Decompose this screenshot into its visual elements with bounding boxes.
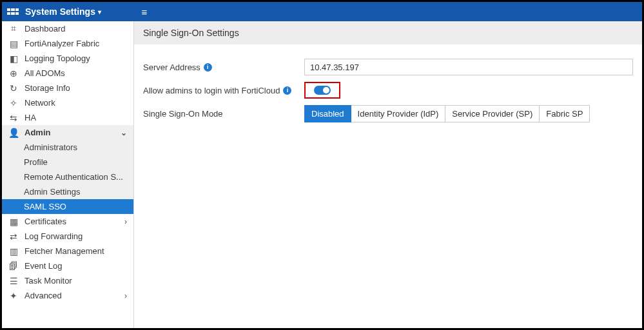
label-text: Single Sign-On Mode [143, 109, 223, 119]
sidebar-item-label: Profile [24, 157, 127, 167]
sidebar-item-fetcher-management[interactable]: ▥ Fetcher Management [2, 244, 133, 258]
app-logo-icon [7, 6, 19, 17]
sidebar-item-label: SAML SSO [24, 202, 127, 211]
advanced-icon: ✦ [8, 291, 19, 301]
sidebar-item-label: Event Log [24, 261, 127, 271]
sidebar-item-label: Logging Topology [24, 53, 127, 63]
label-text: Allow admins to login with FortiCloud [143, 86, 280, 95]
sidebar-item-fortianalyzer-fabric[interactable]: ▤ FortiAnalyzer Fabric [2, 36, 133, 51]
sso-mode-fabric-sp[interactable]: Fabric SP [540, 105, 590, 122]
row-allow-forticloud: Allow admins to login with FortiCloud i [143, 82, 633, 99]
main-panel: Single Sign-On Settings Server Address i… [134, 21, 642, 328]
app-frame: System Settings ▾ ≡ ⌗ Dashboard ▤ FortiA… [0, 0, 644, 330]
info-icon[interactable]: i [283, 86, 291, 95]
sidebar-item-label: All ADOMs [24, 68, 127, 78]
sidebar-item-label: Certificates [24, 217, 119, 226]
label-allow-forticloud: Allow admins to login with FortiCloud i [143, 86, 304, 95]
svg-rect-3 [7, 12, 10, 15]
sidebar-item-logging-topology[interactable]: ◧ Logging Topology [2, 51, 133, 66]
header-title-text: System Settings [25, 6, 95, 17]
sidebar-item-all-adoms[interactable]: ⊕ All ADOMs [2, 66, 133, 81]
dashboard-icon: ⌗ [8, 23, 19, 34]
sidebar-item-event-log[interactable]: 🗐 Event Log [2, 258, 133, 273]
topology-icon: ◧ [8, 53, 19, 64]
sso-form: Server Address i Allow admins to login w… [134, 44, 642, 122]
sidebar-item-label: Admin Settings [24, 187, 127, 197]
body: ⌗ Dashboard ▤ FortiAnalyzer Fabric ◧ Log… [2, 21, 642, 328]
fetcher-icon: ▥ [8, 246, 19, 257]
row-server-address: Server Address i [143, 59, 633, 75]
network-icon: ✧ [8, 98, 19, 108]
sidebar-sub-remote-auth[interactable]: Remote Authentication S... [2, 170, 133, 184]
adom-icon: ⊕ [8, 68, 19, 79]
sidebar-item-dashboard[interactable]: ⌗ Dashboard [2, 21, 133, 36]
admin-icon: 👤 [8, 128, 19, 138]
sso-mode-idp[interactable]: Identity Provider (IdP) [351, 105, 446, 122]
row-sso-mode: Single Sign-On Mode Disabled Identity Pr… [143, 105, 633, 122]
sidebar-item-label: HA [24, 113, 127, 122]
svg-rect-2 [15, 8, 19, 11]
sidebar-item-network[interactable]: ✧ Network [2, 95, 133, 110]
sso-mode-sp[interactable]: Service Provider (SP) [445, 105, 540, 122]
sidebar-sub-administrators[interactable]: Administrators [2, 140, 133, 155]
sidebar-sub-saml-sso[interactable]: SAML SSO [2, 199, 133, 214]
ha-icon: ⇆ [8, 113, 19, 123]
sidebar-item-label: Log Forwarding [24, 231, 127, 241]
panel-title: Single Sign-On Settings [134, 21, 642, 44]
server-address-input[interactable] [304, 59, 633, 75]
toggle-knob [323, 87, 329, 93]
log-forwarding-icon: ⇄ [8, 231, 19, 242]
svg-rect-0 [7, 8, 10, 11]
sidebar-sub-profile[interactable]: Profile [2, 155, 133, 170]
sidebar-item-certificates[interactable]: ▦ Certificates › [2, 214, 133, 229]
forticloud-toggle[interactable] [314, 86, 331, 95]
chevron-right-icon: › [124, 291, 127, 300]
sidebar-item-storage-info[interactable]: ↻ Storage Info [2, 81, 133, 95]
caret-down-icon: ▾ [98, 8, 101, 15]
label-server-address: Server Address i [143, 63, 304, 72]
sidebar-item-advanced[interactable]: ✦ Advanced › [2, 288, 133, 303]
sidebar-item-label: Task Monitor [24, 276, 127, 286]
fabric-icon: ▤ [8, 39, 19, 49]
sidebar-item-label: FortiAnalyzer Fabric [24, 39, 127, 48]
task-monitor-icon: ☰ [8, 276, 19, 286]
hamburger-icon[interactable]: ≡ [138, 6, 151, 17]
svg-rect-1 [11, 8, 15, 11]
chevron-right-icon: › [124, 217, 127, 226]
sidebar-item-label: Remote Authentication S... [24, 172, 127, 182]
sidebar-item-label: Dashboard [24, 24, 127, 34]
sidebar-item-ha[interactable]: ⇆ HA [2, 110, 133, 125]
sidebar-sub-admin-settings[interactable]: Admin Settings [2, 184, 133, 199]
sidebar-item-label: Admin [24, 128, 115, 137]
header-title[interactable]: System Settings ▾ [25, 6, 101, 17]
info-icon[interactable]: i [204, 63, 212, 72]
label-sso-mode: Single Sign-On Mode [143, 109, 304, 119]
sso-mode-disabled[interactable]: Disabled [304, 105, 351, 122]
sidebar-item-admin[interactable]: 👤 Admin ⌄ [2, 125, 133, 140]
svg-rect-5 [15, 12, 19, 15]
sidebar: ⌗ Dashboard ▤ FortiAnalyzer Fabric ◧ Log… [2, 21, 134, 328]
sidebar-item-label: Administrators [24, 142, 127, 152]
sidebar-item-label: Storage Info [24, 83, 127, 93]
chevron-down-icon: ⌄ [121, 128, 127, 137]
highlight-box [304, 82, 340, 99]
certificates-icon: ▦ [8, 217, 19, 227]
svg-rect-4 [11, 12, 15, 15]
storage-icon: ↻ [8, 83, 19, 93]
sso-mode-group: Disabled Identity Provider (IdP) Service… [304, 105, 590, 122]
sidebar-item-label: Advanced [24, 291, 119, 300]
header-bar: System Settings ▾ ≡ [2, 2, 642, 21]
sidebar-item-log-forwarding[interactable]: ⇄ Log Forwarding [2, 229, 133, 244]
sidebar-item-task-monitor[interactable]: ☰ Task Monitor [2, 273, 133, 288]
sidebar-item-label: Network [24, 98, 127, 108]
header-left: System Settings ▾ [2, 6, 134, 17]
event-log-icon: 🗐 [8, 261, 19, 271]
sidebar-item-label: Fetcher Management [24, 246, 127, 256]
label-text: Server Address [143, 63, 200, 72]
